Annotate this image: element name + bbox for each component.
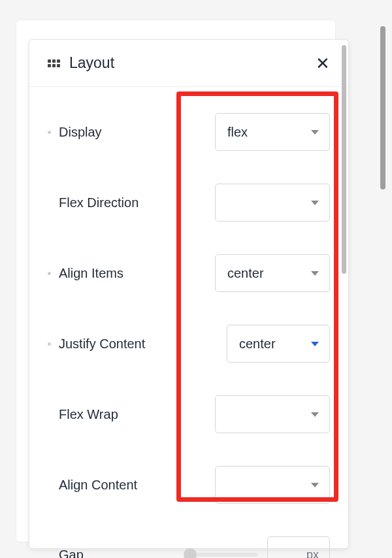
bullet-dot: [48, 131, 51, 134]
slider-thumb[interactable]: [184, 548, 197, 558]
close-icon[interactable]: ✕: [316, 55, 330, 72]
align-content-select[interactable]: [215, 466, 330, 504]
display-select[interactable]: flex: [215, 113, 330, 151]
label-wrap: Justify Content: [48, 336, 145, 352]
align-content-label: Align Content: [59, 478, 137, 493]
chevron-down-icon: [311, 130, 319, 135]
row-flex-direction: Flex Direction: [48, 184, 330, 222]
scrollbar-outer[interactable]: [380, 26, 385, 189]
row-align-items: Align Items center: [48, 254, 330, 292]
bullet-spacer: [48, 553, 51, 557]
align-items-value: center: [227, 266, 264, 281]
label-wrap: Flex Direction: [48, 195, 139, 210]
grid-icon: [48, 59, 60, 67]
align-items-select[interactable]: center: [215, 254, 330, 292]
justify-content-value: center: [239, 336, 276, 352]
panel-header-left: Layout: [48, 54, 114, 72]
bullet-spacer: [48, 484, 51, 487]
chevron-down-icon: [311, 483, 319, 487]
row-gap: Gap px: [48, 536, 330, 558]
gap-unit: px: [306, 548, 319, 559]
gap-label: Gap: [59, 548, 84, 559]
justify-content-select[interactable]: center: [227, 325, 330, 363]
label-wrap: Gap: [48, 548, 84, 559]
bullet-dot: [48, 342, 51, 346]
layout-panel: Layout ✕ Display flex Flex Direction: [29, 39, 349, 549]
bullet-spacer: [48, 201, 51, 205]
scrollbar-inner[interactable]: [342, 45, 346, 274]
row-display: Display flex: [48, 113, 330, 151]
row-flex-wrap: Flex Wrap: [48, 395, 330, 433]
label-wrap: Display: [48, 125, 102, 140]
chevron-down-icon: [311, 271, 319, 276]
flex-wrap-select[interactable]: [215, 395, 330, 433]
flex-direction-select[interactable]: [215, 184, 330, 222]
row-justify-content: Justify Content center: [48, 325, 330, 363]
gap-unit-input[interactable]: px: [267, 536, 330, 558]
bullet-dot: [48, 272, 51, 275]
label-wrap: Align Items: [48, 266, 123, 281]
justify-content-label: Justify Content: [59, 336, 145, 352]
flex-wrap-label: Flex Wrap: [59, 407, 118, 422]
panel-title: Layout: [69, 54, 114, 72]
chevron-down-icon: [311, 342, 319, 346]
display-value: flex: [227, 125, 248, 140]
align-items-label: Align Items: [59, 266, 123, 281]
label-wrap: Flex Wrap: [48, 407, 118, 422]
gap-controls: px: [186, 536, 330, 558]
panel-body: Display flex Flex Direction Align Items: [29, 87, 348, 558]
label-wrap: Align Content: [48, 478, 137, 493]
gap-slider[interactable]: [186, 553, 258, 557]
row-align-content: Align Content: [48, 466, 330, 504]
display-label: Display: [59, 125, 102, 140]
panel-header: Layout ✕: [29, 40, 348, 87]
flex-direction-label: Flex Direction: [59, 195, 139, 210]
chevron-down-icon: [311, 201, 319, 205]
chevron-down-icon: [311, 412, 319, 417]
bullet-spacer: [48, 413, 51, 416]
